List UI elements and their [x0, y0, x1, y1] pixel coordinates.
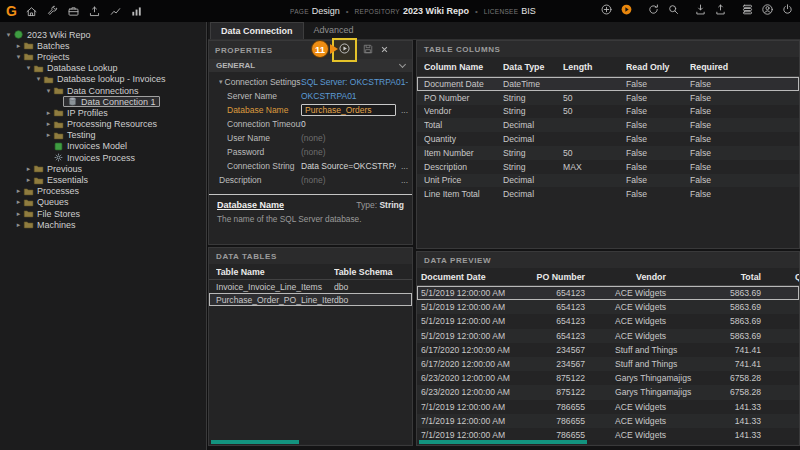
tree-node[interactable]: Batches	[23, 40, 70, 51]
table-row[interactable]: 7/1/2019 12:00:00 AM786655ACE Widgets141…	[417, 414, 799, 428]
tree-item-invoices-process[interactable]: Invoices Process	[0, 152, 206, 163]
tree-node[interactable]: Data Connection 1	[63, 96, 160, 107]
column-header-required[interactable]: Required	[690, 62, 799, 72]
property-row-server-name[interactable]: Server NameOKCSTRPA01	[209, 89, 412, 103]
tree-item-ip-profiles[interactable]: ▸IP Profiles	[0, 107, 206, 118]
tree-item-batches[interactable]: ▸Batches	[0, 40, 206, 51]
tree-node[interactable]: Previous	[33, 163, 82, 174]
ellipsis-button[interactable]: ...	[396, 175, 408, 185]
table-row[interactable]: 6/23/2020 12:00:00 AM875122Garys Thingam…	[417, 385, 799, 399]
column-header-vendor[interactable]: Vendor	[591, 272, 711, 282]
property-value[interactable]: (none)	[301, 147, 408, 157]
run-circle-icon[interactable]	[620, 2, 633, 20]
chevron-expanded-icon[interactable]: ▾	[44, 87, 53, 95]
table-row[interactable]: 5/1/2019 12:00:00 AM654123ACE Widgets586…	[417, 300, 799, 314]
property-row-database-name[interactable]: Database NamePurchase_Orders...	[209, 103, 412, 117]
execute-button[interactable]	[338, 41, 351, 59]
power-icon[interactable]	[781, 2, 794, 20]
tree-node[interactable]: Database Lookup	[33, 63, 118, 74]
column-header-table-schema[interactable]: Table Schema	[334, 267, 412, 277]
property-row-password[interactable]: Password(none)	[209, 145, 412, 159]
column-header-column-name[interactable]: Column Name	[424, 62, 503, 72]
tree-item-data-connection-1[interactable]: Data Connection 1	[0, 96, 206, 107]
tab-data-connection[interactable]: Data Connection	[210, 22, 304, 39]
tree-node[interactable]: Projects	[23, 51, 70, 62]
tree-item-database-lookup-invoices[interactable]: ▾Database lookup - Invoices	[0, 74, 206, 85]
tree-node[interactable]: Queues	[23, 197, 69, 208]
property-row-user-name[interactable]: User Name(none)	[209, 131, 412, 145]
chevron-collapsed-icon[interactable]: ▸	[44, 120, 53, 128]
tree-item-testing[interactable]: ▸Testing	[0, 130, 206, 141]
property-value[interactable]: SQL Server: OKCSTRPA01-...	[301, 77, 408, 87]
chart-bar-icon[interactable]	[130, 4, 144, 18]
property-value[interactable]: 0	[301, 119, 408, 129]
column-header-table-name[interactable]: Table Name	[216, 267, 334, 277]
property-value[interactable]: (none)	[301, 175, 396, 185]
table-row[interactable]: DescriptionStringMAXFalseFalse	[417, 160, 799, 174]
table-row[interactable]: VendorString50FalseFalse	[417, 105, 799, 119]
chevron-expanded-icon[interactable]: ▾	[34, 75, 43, 83]
table-row[interactable]: Document DateDateTimeFalseFalse	[417, 77, 799, 91]
table-row[interactable]: Item NumberString50FalseFalse	[417, 146, 799, 160]
tree-node[interactable]: Invoices Model	[53, 141, 127, 152]
user-icon[interactable]	[761, 2, 774, 20]
chevron-collapsed-icon[interactable]: ▸	[14, 42, 23, 50]
wrench-icon[interactable]	[46, 4, 60, 18]
ellipsis-button[interactable]: ...	[396, 161, 408, 171]
chevron-collapsed-icon[interactable]: ▸	[14, 210, 23, 218]
tree-node[interactable]: 2023 Wiki Repo	[13, 29, 91, 40]
tree-item-processing-resources[interactable]: ▸Processing Resources	[0, 119, 206, 130]
property-value[interactable]: Data Source=OKCSTRPA01...	[301, 161, 396, 171]
briefcase-icon[interactable]	[67, 4, 81, 18]
chart-line-icon[interactable]	[109, 4, 123, 18]
tree-item-processes[interactable]: ▸Processes	[0, 186, 206, 197]
column-header-length[interactable]: Length	[563, 62, 626, 72]
chevron-collapsed-icon[interactable]: ▸	[14, 221, 23, 229]
table-row[interactable]: 6/17/2020 12:00:00 AM234567Stuff and Thi…	[417, 357, 799, 371]
tree-node[interactable]: Testing	[53, 130, 96, 141]
tree-item-database-lookup[interactable]: ▾Database Lookup	[0, 63, 206, 74]
column-header-q[interactable]: Q	[767, 272, 799, 282]
table-row[interactable]: QuantityDecimalFalseFalse	[417, 132, 799, 146]
expander-icon[interactable]: ▾	[219, 78, 223, 86]
table-row[interactable]: 6/17/2020 12:00:00 AM234567Stuff and Thi…	[417, 343, 799, 357]
tree-node[interactable]: IP Profiles	[53, 107, 108, 118]
table-row[interactable]: Line Item TotalDecimalFalseFalse	[417, 187, 799, 201]
tree-item-data-connections[interactable]: ▾Data Connections	[0, 85, 206, 96]
tree-item-queues[interactable]: ▸Queues	[0, 197, 206, 208]
property-value[interactable]: (none)	[301, 133, 408, 143]
home-icon[interactable]	[25, 4, 39, 18]
table-row[interactable]: 5/1/2019 12:00:00 AM654123ACE Widgets586…	[417, 314, 799, 328]
tab-advanced[interactable]: Advanced	[304, 22, 364, 39]
save-button[interactable]	[362, 41, 374, 59]
tree-node[interactable]: Essentials	[33, 175, 88, 186]
property-row-connection-settings[interactable]: ▾Connection SettingsSQL Server: OKCSTRPA…	[209, 75, 412, 89]
column-header-po-number[interactable]: PO Number	[531, 272, 591, 282]
table-row[interactable]: Unit PriceDecimalFalseFalse	[417, 174, 799, 188]
column-header-document-date[interactable]: Document Date	[421, 272, 531, 282]
tree-node[interactable]: Processing Resources	[53, 119, 157, 130]
stack-icon[interactable]	[741, 2, 754, 20]
tree-item-file-stores[interactable]: ▸File Stores	[0, 208, 206, 219]
tree-item-2023-wiki-repo[interactable]: ▾2023 Wiki Repo	[0, 29, 206, 40]
table-row[interactable]: PO NumberString50FalseFalse	[417, 91, 799, 105]
tree-node[interactable]: Invoices Process	[53, 152, 135, 163]
tree-node[interactable]: Database lookup - Invoices	[43, 74, 166, 85]
import-icon[interactable]	[694, 2, 707, 20]
data-tables-hscrollbar[interactable]	[210, 440, 411, 444]
chevron-collapsed-icon[interactable]: ▸	[44, 109, 53, 117]
upload-icon[interactable]	[88, 4, 102, 18]
search-icon[interactable]	[667, 2, 680, 20]
data-preview-hscrollbar[interactable]	[418, 440, 798, 444]
ellipsis-button[interactable]: ...	[396, 105, 408, 115]
column-header-data-type[interactable]: Data Type	[503, 62, 563, 72]
property-row-description[interactable]: Description(none)...	[209, 173, 412, 187]
column-header-read-only[interactable]: Read Only	[626, 62, 690, 72]
tree-node[interactable]: Processes	[23, 186, 79, 197]
chevron-expanded-icon[interactable]: ▾	[24, 64, 33, 72]
tree-item-previous[interactable]: ▸Previous	[0, 163, 206, 174]
chevron-collapsed-icon[interactable]: ▸	[44, 131, 53, 139]
column-header-total[interactable]: Total	[711, 272, 767, 282]
table-row[interactable]: Invoice_Invoice_Line_Itemsdbo	[209, 280, 412, 293]
close-icon[interactable]	[379, 41, 390, 59]
